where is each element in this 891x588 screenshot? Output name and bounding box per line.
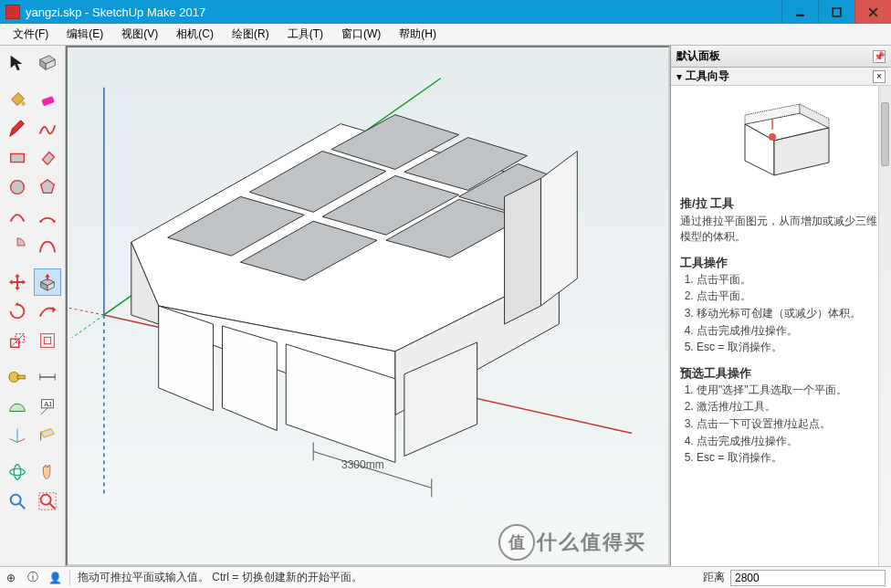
model-viewport[interactable]: 3300mm 值 什么值得买 <box>66 46 670 566</box>
tool-diagram <box>727 97 836 179</box>
tool-push-pull[interactable] <box>34 268 61 296</box>
menu-item[interactable]: 帮助(H) <box>390 26 446 42</box>
svg-point-34 <box>10 468 26 475</box>
tool-freehand[interactable] <box>34 115 61 142</box>
model-canvas <box>68 47 668 564</box>
menu-item[interactable]: 窗口(W) <box>332 26 390 42</box>
instructor-panel: 默认面板 📌 ▾ 工具向导 × 推/拉 工具 通过推拉平面图元，从而 <box>670 46 891 566</box>
svg-rect-20 <box>44 337 50 343</box>
help-pre-item: 使用"选择"工具选取一个平面。 <box>697 382 882 399</box>
svg-marker-60 <box>222 326 277 431</box>
svg-point-4 <box>21 101 26 106</box>
tool-palette: A1 <box>0 46 66 566</box>
help-pre-item: Esc = 取消操作。 <box>697 449 882 467</box>
help-op-title: 工具操作 <box>680 255 882 271</box>
svg-marker-59 <box>159 306 214 411</box>
maximize-button[interactable] <box>818 0 854 24</box>
svg-rect-22 <box>17 375 25 379</box>
tool-pencil[interactable] <box>4 115 31 142</box>
tool-arc[interactable] <box>4 203 31 230</box>
tool-eraser[interactable] <box>34 86 61 113</box>
panel-header[interactable]: 默认面板 📌 <box>671 46 891 68</box>
svg-line-30 <box>17 439 25 443</box>
help-tool-title: 推/拉 工具 <box>680 195 882 212</box>
help-pres-list: 使用"选择"工具选取一个平面。激活推/拉工具。点击一下可设置推/拉起点。点击完成… <box>680 382 882 467</box>
tool-rotated-rect[interactable] <box>34 144 61 172</box>
section-close-icon[interactable]: × <box>873 70 886 83</box>
tool-section[interactable] <box>34 422 61 449</box>
measurement-label: 距离 <box>697 570 730 585</box>
panel-section-header[interactable]: ▾ 工具向导 × <box>671 68 891 86</box>
svg-marker-64 <box>505 178 541 324</box>
tool-follow-me[interactable] <box>34 298 61 325</box>
geolocation-icon[interactable]: ⊕ <box>0 572 22 584</box>
help-pre-item: 点击完成推/拉操作。 <box>697 433 882 450</box>
svg-line-28 <box>40 408 47 415</box>
pin-icon[interactable]: 📌 <box>873 50 886 63</box>
svg-point-11 <box>52 220 55 223</box>
menu-item[interactable]: 绘图(R) <box>223 26 278 42</box>
svg-line-37 <box>20 504 26 509</box>
credits-icon[interactable]: ⓘ <box>22 570 44 585</box>
help-op-item: 点击平面。 <box>697 288 882 305</box>
app-icon <box>5 5 20 19</box>
tool-rectangle[interactable] <box>4 144 31 172</box>
menu-bar: 文件(F)编辑(E)视图(V)相机(C)绘图(R)工具(T)窗口(W)帮助(H) <box>0 24 891 46</box>
close-button[interactable] <box>854 0 891 24</box>
svg-point-10 <box>39 220 42 223</box>
status-hint: 拖动可推拉平面或输入值。 Ctrl = 切换创建新的开始平面。 <box>74 570 697 585</box>
tool-protractor[interactable] <box>4 393 31 420</box>
tool-offset[interactable] <box>34 327 61 354</box>
user-icon[interactable]: 👤 <box>44 572 66 584</box>
help-op-item: 点击完成推/拉操作。 <box>697 322 882 340</box>
tool-eraser-block[interactable] <box>34 49 61 77</box>
svg-marker-9 <box>40 180 54 194</box>
measurement-input[interactable] <box>730 570 886 586</box>
tool-tape[interactable] <box>4 363 31 391</box>
svg-marker-63 <box>540 152 577 306</box>
tool-zoom-extents[interactable] <box>34 488 61 515</box>
menu-item[interactable]: 文件(F) <box>4 26 58 42</box>
tool-zoom[interactable] <box>4 488 31 515</box>
tool-axes[interactable] <box>4 422 31 449</box>
svg-marker-32 <box>40 429 54 437</box>
menu-item[interactable]: 相机(C) <box>167 26 223 42</box>
tool-scale[interactable] <box>4 327 31 354</box>
svg-marker-7 <box>42 152 54 165</box>
svg-text:A1: A1 <box>44 400 52 408</box>
panel-scrollbar[interactable] <box>878 86 891 566</box>
tool-orbit[interactable] <box>4 458 31 486</box>
tool-bezier[interactable] <box>34 232 61 259</box>
help-pre-item: 激活推/拉工具。 <box>697 398 882 415</box>
svg-rect-5 <box>41 96 55 106</box>
tool-dimension[interactable] <box>34 363 61 391</box>
help-op-item: 点击平面。 <box>697 271 882 289</box>
svg-line-44 <box>68 306 104 315</box>
tool-arc2[interactable] <box>34 203 61 230</box>
help-op-item: Esc = 取消操作。 <box>697 339 882 356</box>
title-bar: yangzi.skp - SketchUp Make 2017 <box>0 0 891 24</box>
help-pre-item: 点击一下可设置推/拉起点。 <box>697 415 882 433</box>
svg-point-8 <box>11 181 25 194</box>
menu-item[interactable]: 编辑(E) <box>58 26 112 42</box>
help-ops-list: 点击平面。点击平面。移动光标可创建（或减少）体积。点击完成推/拉操作。Esc =… <box>680 271 882 356</box>
tool-pie-arc[interactable] <box>4 232 31 259</box>
scrollbar-thumb[interactable] <box>881 102 889 166</box>
svg-marker-15 <box>52 307 56 313</box>
tool-rotate[interactable] <box>4 298 31 325</box>
tool-text[interactable]: A1 <box>34 393 61 420</box>
tool-polygon[interactable] <box>34 173 61 201</box>
tool-paint-bucket[interactable] <box>4 86 31 113</box>
svg-rect-19 <box>40 334 54 348</box>
tool-pan[interactable] <box>34 458 61 486</box>
svg-line-18 <box>11 334 25 348</box>
svg-point-36 <box>11 495 21 505</box>
menu-item[interactable]: 工具(T) <box>278 26 332 42</box>
tool-move[interactable] <box>4 268 31 296</box>
menu-item[interactable]: 视图(V) <box>112 26 167 42</box>
minimize-button[interactable] <box>781 0 818 24</box>
tool-circle[interactable] <box>4 173 31 201</box>
svg-rect-6 <box>11 153 25 162</box>
tool-select[interactable] <box>4 49 31 77</box>
svg-rect-1 <box>833 8 841 16</box>
